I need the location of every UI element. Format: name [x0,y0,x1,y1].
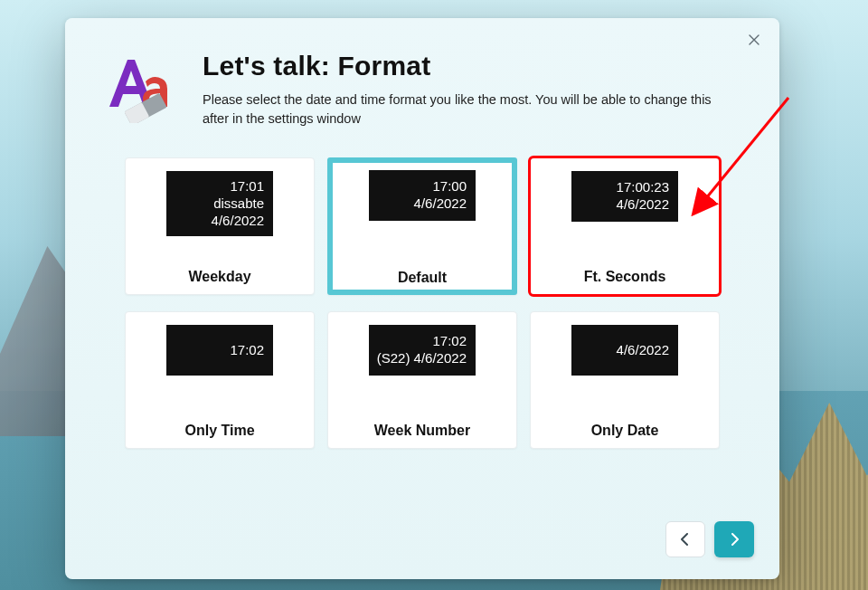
format-card-weekday[interactable]: 17:01 dissabte 4/6/2022 Weekday [125,157,315,295]
preview-line: 17:00:23 [617,179,669,196]
app-logo [101,51,177,128]
preview-line: 4/6/2022 [212,213,264,230]
dialog-title: Let's talk: Format [203,51,729,81]
format-aa-icon [104,56,175,123]
format-preview: 17:00:23 4/6/2022 [571,171,678,222]
format-card-default[interactable]: 17:00 4/6/2022 Default [327,157,517,295]
format-options-grid: 17:01 dissabte 4/6/2022 Weekday 17:00 4/… [65,134,779,449]
format-preview: 17:01 dissabte 4/6/2022 [166,171,273,236]
preview-line: 17:02 [432,333,467,350]
preview-line: 17:00 [432,178,467,195]
preview-line: 4/6/2022 [617,342,669,359]
prev-button[interactable] [665,521,705,557]
format-card-label: Default [398,257,447,286]
chevron-left-icon [680,533,691,546]
format-preview: 17:02 (S22) 4/6/2022 [369,325,476,376]
preview-line: 17:02 [230,342,264,359]
dialog-header: Let's talk: Format Please select the dat… [65,18,779,134]
format-preview: 17:02 [166,325,273,376]
dialog-nav [665,521,754,557]
preview-line: 4/6/2022 [414,195,467,213]
close-button[interactable] [741,27,767,52]
format-card-ft-seconds[interactable]: 17:00:23 4/6/2022 Ft. Seconds [530,157,720,295]
preview-line: dissabte [213,195,264,213]
format-card-week-number[interactable]: 17:02 (S22) 4/6/2022 Week Number [327,311,517,449]
preview-line: (S22) 4/6/2022 [377,350,467,367]
format-card-label: Weekday [188,256,250,285]
format-preview: 17:00 4/6/2022 [369,170,476,221]
format-card-label: Ft. Seconds [584,256,666,285]
format-card-label: Only Date [591,410,659,439]
next-button[interactable] [714,521,754,557]
preview-line: 17:01 [230,178,264,195]
format-card-label: Only Time [184,410,254,439]
format-card-only-time[interactable]: 17:02 Only Time [125,311,315,449]
format-card-only-date[interactable]: 4/6/2022 Only Date [530,311,720,449]
format-card-label: Week Number [374,410,470,439]
preview-line: 4/6/2022 [617,196,669,214]
close-icon [749,34,760,45]
chevron-right-icon [729,533,740,546]
format-preview: 4/6/2022 [571,325,678,376]
setup-dialog: Let's talk: Format Please select the dat… [65,18,779,579]
dialog-description: Please select the date and time format y… [203,90,729,128]
